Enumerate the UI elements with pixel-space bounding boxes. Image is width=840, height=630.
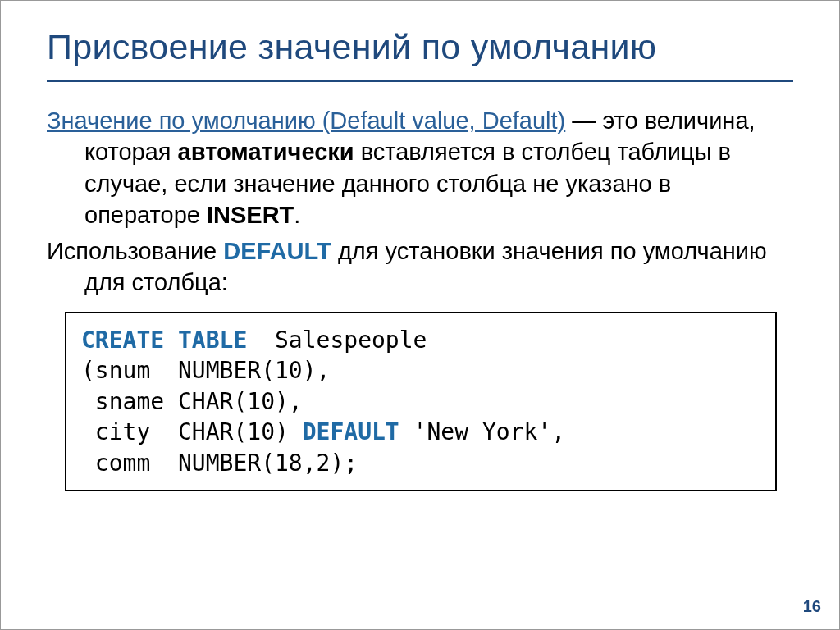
p2-a: Использование [47, 238, 223, 264]
code-line4b: 'New York', [399, 418, 565, 445]
paragraph-1: Значение по умолчанию (Default value, De… [47, 105, 793, 231]
code-kw-create-table: CREATE TABLE [81, 326, 247, 354]
slide-container: Присвоение значений по умолчанию Значени… [1, 1, 839, 491]
code-line2: (snum NUMBER(10), [81, 357, 330, 384]
p1-bold-insert: INSERT [207, 202, 294, 228]
p1-rest3: . [294, 202, 300, 228]
p2-kw-default: DEFAULT [223, 238, 331, 264]
slide-title: Присвоение значений по умолчанию [47, 27, 793, 67]
title-divider [47, 80, 793, 82]
code-line5: comm NUMBER(18,2); [81, 450, 358, 477]
code-line4a: city CHAR(10) [81, 418, 303, 445]
paragraph-2: Использование DEFAULT для установки знач… [47, 235, 793, 299]
code-line3: sname CHAR(10), [81, 388, 303, 415]
p1-bold-auto: автоматически [178, 139, 354, 165]
code-kw-default: DEFAULT [303, 418, 399, 445]
default-value-term: Значение по умолчанию (Default value, De… [47, 107, 565, 134]
code-rest1: Salespeople [247, 326, 427, 354]
page-number: 16 [803, 597, 821, 616]
code-example: CREATE TABLE Salespeople (snum NUMBER(10… [65, 312, 777, 492]
